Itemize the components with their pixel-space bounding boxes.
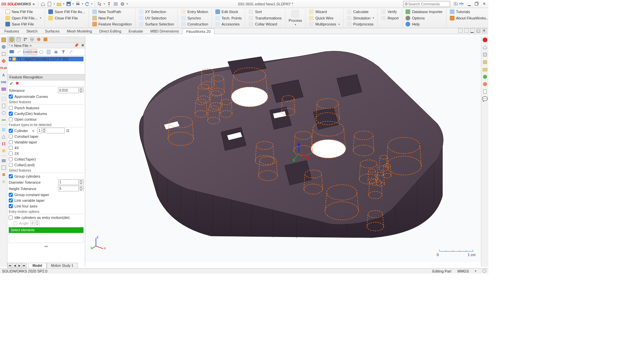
vtb-icon-8[interactable] [1,96,7,102]
spin-down-icon[interactable]: ▼ [78,182,83,185]
feature-recognition-button[interactable]: Feature Recognition [92,21,132,27]
vtb-icon-19[interactable] [1,179,7,185]
close-panel-icon[interactable]: ✕ [81,43,84,48]
fm-tab-property-icon[interactable] [15,37,21,42]
group-cylinders-checkbox[interactable] [9,174,13,178]
tab-fikusworks[interactable]: FikusWorks 20 [182,28,214,34]
mode-sheet-icon[interactable] [45,49,52,55]
help-icon[interactable]: ?▾ [459,1,465,7]
link-four-axes-checkbox[interactable] [9,204,13,208]
tolerance-input[interactable]: ▲▼ [58,87,84,93]
mode-cad-button[interactable]: CAD [23,49,30,55]
tab-mesh-modeling[interactable]: Mesh Modeling [63,28,96,34]
mode-cam-button[interactable]: CAM [31,49,37,55]
tab-first-icon[interactable]: ⏮ [8,263,12,268]
vtb-icon-18[interactable] [1,172,7,178]
vtb-icon-12[interactable] [1,127,7,133]
const-taper-checkbox[interactable] [9,134,13,138]
vtb-icon-15[interactable] [1,148,7,154]
rtb-appearances-icon[interactable] [482,81,488,87]
rtb-resources-icon[interactable] [482,52,488,58]
fm-tab-config-icon[interactable] [22,37,28,42]
open-icon[interactable] [56,1,62,7]
vtb-icon-4[interactable]: PLM [1,65,7,71]
tab-surfaces[interactable]: Surfaces [41,28,63,34]
status-caret-icon[interactable]: ▾ [475,269,476,273]
open-fw-file-button[interactable]: Open FW File...▾ [5,15,42,21]
viewport-close-icon[interactable]: ✕ [482,28,487,33]
options-button[interactable]: Options [405,15,443,21]
settings-gear-icon[interactable] [120,1,125,7]
tab-direct-editing[interactable]: Direct Editing [96,28,125,34]
tab-sketch[interactable]: Sketch [22,28,41,34]
fm-tab-display-icon[interactable] [36,37,42,42]
vtb-icon-9[interactable] [1,103,7,109]
idle-cylinders-checkbox[interactable] [9,216,13,220]
spin-down-icon[interactable]: ▼ [42,131,46,133]
viewport-min-icon[interactable]: ▁ [470,28,475,33]
vtb-icon-1[interactable] [1,44,7,50]
selection-list[interactable] [9,234,84,243]
help-button[interactable]: Help [405,21,443,27]
collar-taper-checkbox[interactable] [9,157,13,161]
status-custom-icon[interactable] [482,269,486,274]
cylinder-value-input[interactable]: ▲▼ [37,128,65,133]
var-taper-checkbox[interactable] [9,140,13,144]
save-icon[interactable] [66,1,71,7]
save-fw-file-button[interactable]: Save FW File [5,21,42,27]
fm-tab-dim-icon[interactable] [29,37,35,42]
model-view[interactable] [117,38,442,241]
spin-up-icon[interactable]: ▲ [78,180,83,182]
tab-last-icon[interactable]: ⏭ [22,263,26,268]
twox-checkbox[interactable] [9,152,13,156]
spin-up-icon[interactable]: ▲ [78,186,83,189]
logo-dropdown-icon[interactable]: ▶ [33,2,35,6]
graphics-area[interactable]: x y z 01 cm [85,36,481,262]
fm-tab-tree-icon[interactable] [9,37,15,42]
search-commands-box[interactable]: ▾ [403,1,450,7]
approx-curves-checkbox[interactable] [9,95,13,99]
print-icon[interactable] [75,1,80,7]
tab-prev-icon[interactable]: ◀ [12,263,17,268]
mode-filter-icon[interactable] [60,49,67,55]
viewport-layout2-icon[interactable] [464,28,469,33]
tutorials-button[interactable]: Tutorials [449,9,488,15]
spin-down-icon[interactable]: ▼ [78,189,83,191]
punch-checkbox[interactable] [9,106,13,110]
spin-down-icon[interactable]: ▼ [78,90,83,93]
new-icon[interactable] [47,1,52,7]
database-importer-button[interactable]: Database Importer [405,9,443,15]
vtb-icon-3[interactable] [1,58,7,64]
cancel-icon[interactable]: ✖ [15,81,19,86]
vtb-icon-2[interactable] [1,51,7,57]
rtb-forum-icon[interactable]: 💬 [482,96,488,102]
new-fw-file-button[interactable]: New FW File [5,9,42,15]
mode-wire-icon[interactable] [16,49,22,55]
mode-magic-icon[interactable] [67,49,74,55]
tab-features[interactable]: Features [1,28,22,34]
fm-tab-fikus-icon[interactable] [42,37,48,42]
rtb-home-icon[interactable] [482,44,488,50]
options-icon[interactable] [113,1,118,7]
tab-evaluate[interactable]: Evaluate [125,28,147,34]
status-units[interactable]: MMGS [458,269,469,273]
rtb-solidworks-icon[interactable] [482,37,488,43]
height-tolerance-input[interactable]: ▲▼ [58,186,84,191]
vtb-icon-0[interactable] [1,37,7,43]
viewport-max-icon[interactable]: ▢ [476,28,481,33]
fm-tree[interactable]: ▾ T1 - AgieCharmilles CUT P 350 [7,56,85,74]
mode-layers-icon[interactable] [53,49,59,55]
fourx-checkbox[interactable] [9,146,13,150]
cylinder-checkbox[interactable] [9,129,13,133]
edit-stock-button[interactable]: Edit Stock [215,9,243,15]
rtb-custom-props-icon[interactable] [482,88,488,95]
rtb-file-explorer-icon[interactable] [482,66,488,72]
minimize-icon[interactable]: ▁ [466,1,472,7]
mode-3d-icon[interactable] [38,49,45,55]
diameter-tolerance-input[interactable]: ▲▼ [58,179,84,185]
rtb-view-palette-icon[interactable] [482,74,488,80]
tab-motion-study[interactable]: Motion Study 1 [47,263,78,268]
close-icon[interactable]: ✕ [481,1,487,7]
tab-model[interactable]: Model [28,263,47,268]
tree-item-toolpath[interactable]: ▾ T1 - AgieCharmilles CUT P 350 [9,57,84,61]
